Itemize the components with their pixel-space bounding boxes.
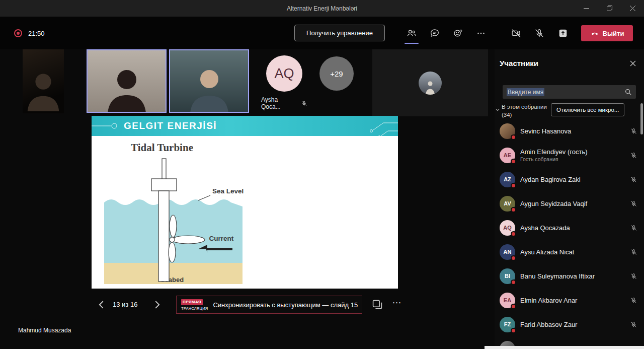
- participant-initials: AN: [504, 249, 512, 255]
- participant-mic-muted-button[interactable]: [630, 248, 637, 256]
- participant-initials: EA: [504, 297, 511, 303]
- participant-row[interactable]: EA Elmin Akbarov Anar: [495, 288, 644, 312]
- participant-mic-muted-button[interactable]: [630, 200, 637, 207]
- presence-busy-indicator: [511, 134, 516, 140]
- participant-avatar: AN: [500, 244, 515, 260]
- participants-toggle-button[interactable]: [401, 26, 422, 41]
- panel-scrollbar[interactable]: [640, 103, 643, 134]
- participant-mic-muted-button[interactable]: [630, 127, 637, 135]
- chevron-down-icon[interactable]: [495, 105, 500, 110]
- participant-avatar: AQ: [500, 220, 515, 236]
- share-button[interactable]: [553, 26, 573, 41]
- participant-row[interactable]: Sevinc Hasanova: [495, 119, 644, 143]
- video-tile-speaker-2[interactable]: [169, 49, 249, 113]
- participant-name: Elmin Akbarov Anar: [520, 297, 625, 304]
- participants-panel: Участники Введите имя В этом собрании (3…: [495, 49, 644, 349]
- avatar-aysha: AQ: [266, 55, 302, 92]
- mic-off-icon: [630, 321, 637, 328]
- participant-row[interactable]: FZ Farid Abbasov Zaur: [495, 312, 644, 336]
- participant-avatar: [500, 341, 515, 346]
- video-tile-participant-1[interactable]: [23, 49, 64, 113]
- mute-all-button[interactable]: Отключить все микро...: [551, 103, 624, 116]
- person-silhouette-icon: [177, 62, 242, 113]
- participant-mic-muted-button[interactable]: [630, 176, 637, 183]
- close-window-button[interactable]: [621, 0, 644, 17]
- mic-off-icon: [630, 176, 637, 183]
- meeting-timer: 21:50: [28, 30, 45, 37]
- participant-initials: AV: [504, 200, 511, 206]
- participant-name: Banu Suleymanova Iftixar: [520, 272, 625, 280]
- chat-icon: [429, 28, 440, 39]
- participants-panel-title: Участники: [500, 59, 538, 67]
- reactions-button[interactable]: [448, 26, 468, 41]
- titlebar: Alternativ Enerji Mənbələri: [0, 0, 644, 17]
- video-strip: AQ Aysha Qoca... +29: [0, 49, 495, 116]
- participants-list: Sevinc Hasanova AE Amin Efendiyev (гость…: [495, 119, 644, 346]
- sea-level-label: Sea Level: [212, 187, 244, 195]
- slide-more-options-button[interactable]: ⋯: [390, 296, 404, 309]
- mic-off-icon: [301, 100, 307, 107]
- chat-button[interactable]: [425, 26, 445, 41]
- participant-mic-muted-button[interactable]: [630, 297, 637, 304]
- person-silhouette-icon: [23, 62, 64, 113]
- video-tile-participant-6[interactable]: [372, 49, 488, 116]
- participant-name: Amin Efendiyev (гость): [520, 148, 625, 156]
- search-icon[interactable]: [624, 88, 632, 96]
- video-tile-aysha[interactable]: AQ Aysha Qoca...: [261, 55, 307, 110]
- participant-row[interactable]: AE Amin Efendiyev (гость) Гость собрания: [495, 143, 644, 167]
- participant-avatar: BI: [500, 268, 515, 284]
- search-input[interactable]: Введите имя: [503, 85, 636, 99]
- video-tile-speaker-1[interactable]: [87, 49, 167, 113]
- mic-off-icon: [630, 272, 637, 280]
- previous-slide-button[interactable]: [96, 299, 107, 310]
- close-panel-button[interactable]: [629, 59, 637, 67]
- current-label: Current: [209, 235, 234, 242]
- mic-off-icon: [630, 224, 637, 232]
- presence-busy-indicator: [511, 280, 516, 285]
- mic-off-button[interactable]: [529, 26, 549, 41]
- live-sync-banner[interactable]: ПРЯМАЯ ТРАНСЛЯЦИЯ Синхронизировать с выс…: [176, 296, 362, 314]
- participant-row[interactable]: AV Aygun Seyidzada Vaqif: [495, 191, 644, 216]
- mic-off-icon: [534, 28, 545, 39]
- participant-mic-muted-button[interactable]: [630, 321, 637, 328]
- minimize-button[interactable]: [575, 0, 598, 17]
- participant-mic-muted-button[interactable]: [630, 152, 637, 159]
- slide-page-indicator: 13 из 16: [113, 301, 137, 308]
- person-silhouette-icon: [95, 62, 159, 113]
- participant-mic-muted-button[interactable]: [630, 272, 637, 280]
- participant-initials: AQ: [503, 225, 512, 231]
- participant-name: Aygun Seyidzada Vaqif: [520, 200, 625, 207]
- avatar-photo: [419, 72, 442, 95]
- overflow-participants-badge[interactable]: +29: [319, 56, 354, 91]
- participant-row[interactable]: AZ Aydan Bagirova Zaki: [495, 167, 644, 191]
- live-badge-top: ПРЯМАЯ: [181, 299, 203, 305]
- share-icon: [557, 28, 569, 39]
- participant-mic-muted-button[interactable]: [630, 224, 637, 232]
- leave-button[interactable]: Выйти: [581, 25, 633, 41]
- camera-off-button[interactable]: [506, 26, 526, 41]
- slide-grid-button[interactable]: [371, 299, 383, 311]
- participant-avatar: AZ: [500, 172, 515, 187]
- active-panel-underline: [405, 43, 419, 44]
- live-badge-bottom: ТРАНСЛЯЦИЯ: [181, 307, 208, 311]
- participant-row[interactable]: AQ Aysha Qocazada: [495, 216, 644, 240]
- mic-off-icon: [630, 248, 637, 256]
- presence-busy-indicator: [511, 328, 516, 333]
- participant-row[interactable]: BI Banu Suleymanova Iftixar: [495, 264, 644, 288]
- presenter-name-label: Mahmud Musazada: [18, 327, 71, 334]
- participant-initials: FZ: [504, 321, 511, 327]
- participant-row[interactable]: Fargana Ibrahimova Vaqif: [495, 336, 644, 346]
- take-control-button[interactable]: Получить управление: [294, 25, 385, 41]
- restore-button[interactable]: [598, 0, 621, 17]
- participant-avatar: [500, 123, 515, 139]
- presence-busy-indicator: [511, 183, 516, 188]
- presence-busy-indicator: [511, 231, 516, 237]
- participant-row[interactable]: AN Aysu Alizada Nicat: [495, 240, 644, 264]
- participant-initials: BI: [505, 273, 510, 279]
- more-options-button[interactable]: [471, 26, 491, 41]
- sync-to-presenter-label: Синхронизировать с выступающим — слайд 1…: [213, 301, 358, 309]
- participant-subtitle: Гость собрания: [520, 156, 625, 162]
- next-slide-button[interactable]: [151, 299, 163, 310]
- participant-name: Aysha Qocazada: [520, 224, 625, 232]
- slides-grid-icon: [371, 299, 383, 311]
